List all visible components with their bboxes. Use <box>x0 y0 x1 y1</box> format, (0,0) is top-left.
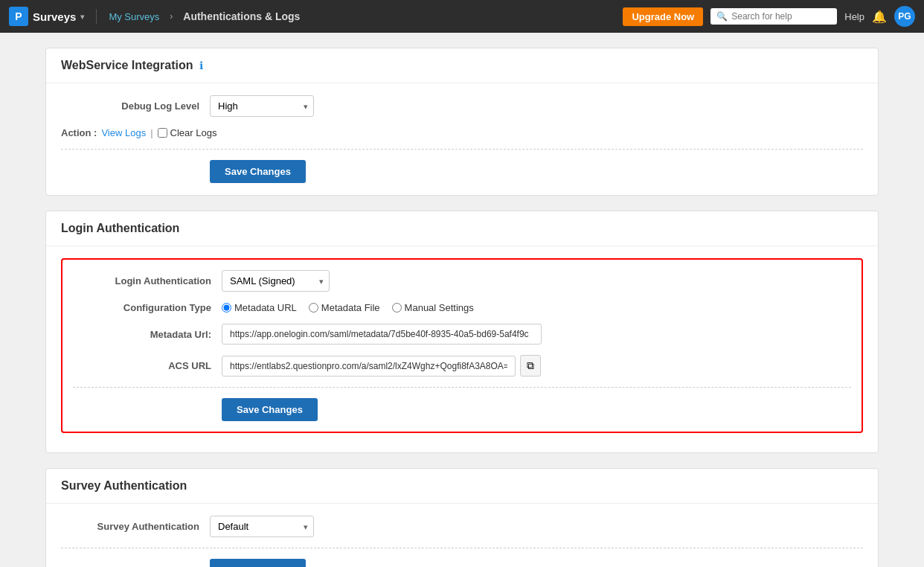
view-logs-link[interactable]: View Logs <box>101 127 146 138</box>
login-auth-highlight: Login Authentication None SAML (Signed) … <box>61 258 863 433</box>
acs-url-label: ACS URL <box>73 360 222 371</box>
navbar-right: Upgrade Now 🔍 Help 🔔 PG <box>623 6 915 27</box>
metadata-url-label: Metadata Url: <box>73 329 222 340</box>
main-content: WebService Integration ℹ Debug Log Level… <box>23 33 901 567</box>
survey-auth-select-row: Survey Authentication Default Password P… <box>61 516 863 537</box>
acs-url-input-group: ⧉ <box>222 355 851 377</box>
login-auth-body: Login Authentication None SAML (Signed) … <box>46 246 878 452</box>
debug-log-wrap: Low Medium High ▾ <box>210 95 863 117</box>
help-link[interactable]: Help <box>844 11 864 22</box>
action-row: Action : View Logs | Clear Logs <box>61 127 863 138</box>
login-auth-save-button[interactable]: Save Changes <box>222 398 318 421</box>
radio-metadata-file-input[interactable] <box>309 303 318 313</box>
survey-auth-select-label: Survey Authentication <box>61 521 210 532</box>
webservice-title: WebService Integration <box>61 59 193 72</box>
radio-manual-settings[interactable]: Manual Settings <box>392 302 474 313</box>
debug-log-select[interactable]: Low Medium High <box>210 95 314 117</box>
config-type-wrap: Metadata URL Metadata File Manual Settin… <box>222 302 851 313</box>
login-auth-select-row: Login Authentication None SAML (Signed) … <box>73 270 851 292</box>
brand: P Surveys ▾ <box>9 7 84 26</box>
config-type-row: Configuration Type Metadata URL Metadata… <box>73 302 851 313</box>
navbar: P Surveys ▾ My Surveys › Authentications… <box>0 0 924 33</box>
webservice-header: WebService Integration ℹ <box>46 48 878 83</box>
search-icon: 🔍 <box>716 11 728 22</box>
debug-log-select-wrap: Low Medium High ▾ <box>210 95 314 117</box>
metadata-url-wrap <box>222 324 851 345</box>
acs-url-input[interactable] <box>222 356 516 377</box>
survey-auth-card: Survey Authentication Survey Authenticat… <box>45 468 879 567</box>
login-auth-select-wrap: None SAML (Signed) SAML (Unsigned) OAuth… <box>222 270 851 292</box>
brand-label: Surveys <box>33 10 76 23</box>
radio-manual-settings-input[interactable] <box>392 303 402 313</box>
brand-icon: P <box>9 7 28 26</box>
avatar[interactable]: PG <box>894 6 915 27</box>
login-auth-select-label: Login Authentication <box>73 275 222 286</box>
config-type-radio-group: Metadata URL Metadata File Manual Settin… <box>222 302 851 313</box>
breadcrumb-arrow: › <box>170 11 173 22</box>
login-auth-select[interactable]: None SAML (Signed) SAML (Unsigned) OAuth <box>222 270 330 292</box>
survey-auth-body: Survey Authentication Default Password P… <box>46 504 878 567</box>
brand-chevron-icon: ▾ <box>80 13 84 21</box>
webservice-card: WebService Integration ℹ Debug Log Level… <box>45 48 879 196</box>
login-auth-card: Login Authentication Login Authenticatio… <box>45 211 879 453</box>
action-label: Action : <box>61 127 97 138</box>
search-box[interactable]: 🔍 <box>710 8 837 25</box>
webservice-body: Debug Log Level Low Medium High ▾ Action… <box>46 83 878 195</box>
survey-auth-header: Survey Authentication <box>46 469 878 504</box>
breadcrumb-my-surveys[interactable]: My Surveys <box>109 11 159 22</box>
config-type-label: Configuration Type <box>73 302 222 313</box>
survey-auth-select[interactable]: Default Password Panel <box>210 516 314 537</box>
nav-divider <box>96 9 97 24</box>
survey-auth-select-wrap: Default Password Panel ▾ <box>210 516 863 537</box>
search-input[interactable] <box>731 11 828 22</box>
webservice-divider <box>61 149 863 150</box>
login-auth-select-container: None SAML (Signed) SAML (Unsigned) OAuth… <box>222 270 330 292</box>
radio-metadata-file[interactable]: Metadata File <box>309 302 380 313</box>
clear-logs-label: Clear Logs <box>170 127 217 138</box>
acs-url-copy-button[interactable]: ⧉ <box>520 355 541 377</box>
radio-metadata-url-label: Metadata URL <box>234 302 297 313</box>
action-separator: | <box>150 127 153 138</box>
acs-url-row: ACS URL ⧉ <box>73 355 851 377</box>
page-title: Authentications & Logs <box>183 10 300 22</box>
upgrade-button[interactable]: Upgrade Now <box>623 7 703 26</box>
survey-auth-title: Survey Authentication <box>61 479 187 493</box>
login-auth-header: Login Authentication <box>46 211 878 246</box>
radio-manual-settings-label: Manual Settings <box>405 302 474 313</box>
login-auth-divider <box>73 387 851 388</box>
survey-auth-select-container: Default Password Panel ▾ <box>210 516 314 537</box>
metadata-url-row: Metadata Url: <box>73 324 851 345</box>
debug-log-label: Debug Log Level <box>61 100 210 112</box>
radio-metadata-file-label: Metadata File <box>321 302 380 313</box>
bell-icon[interactable]: 🔔 <box>872 10 887 24</box>
info-icon[interactable]: ℹ <box>199 60 203 71</box>
acs-url-wrap: ⧉ <box>222 355 851 377</box>
login-auth-title: Login Authentication <box>61 222 179 235</box>
clear-logs-checkbox[interactable] <box>158 128 167 138</box>
webservice-save-button[interactable]: Save Changes <box>210 160 306 183</box>
debug-log-row: Debug Log Level Low Medium High ▾ <box>61 95 863 117</box>
radio-metadata-url[interactable]: Metadata URL <box>222 302 297 313</box>
survey-auth-save-button[interactable]: Save Changes <box>210 559 306 567</box>
survey-auth-divider <box>61 548 863 548</box>
radio-metadata-url-input[interactable] <box>222 303 231 313</box>
metadata-url-input[interactable] <box>222 324 542 345</box>
